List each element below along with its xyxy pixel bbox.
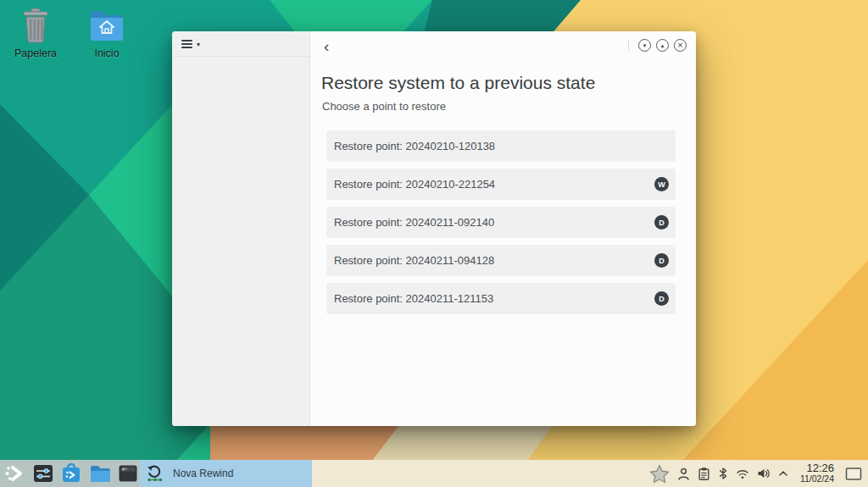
taskbar-task-nova-rewind[interactable]: Nova Rewind	[140, 460, 312, 487]
chevron-up-icon	[777, 468, 789, 479]
terminal-button[interactable]: #!	[118, 463, 138, 484]
clipboard-tray-button[interactable]	[697, 467, 711, 481]
bluetooth-icon	[717, 467, 729, 480]
clipboard-icon	[697, 467, 711, 481]
window-controls: ▾ ▴ ×	[628, 39, 687, 52]
restore-point-label: Restore point: 20240210-120138	[334, 140, 495, 152]
star-icon	[648, 463, 670, 484]
chevron-down-icon: ▾	[197, 42, 200, 48]
restore-point-badge: D	[654, 215, 669, 230]
user-icon	[676, 467, 691, 481]
toolbox-app-button[interactable]	[61, 463, 81, 484]
system-settings-button[interactable]	[33, 463, 53, 484]
minimize-button[interactable]: ▾	[638, 39, 651, 52]
svg-text:#!: #!	[122, 467, 128, 473]
wifi-icon	[735, 467, 750, 480]
restore-point-label: Restore point: 20240211-121153	[334, 292, 493, 305]
maximize-icon: ▴	[661, 42, 665, 48]
taskbar-launcher-area: #!	[0, 460, 140, 487]
show-desktop-button[interactable]	[845, 467, 862, 481]
expand-tray-button[interactable]	[777, 468, 789, 479]
terminal-icon: #!	[118, 463, 138, 484]
restore-point-item[interactable]: Restore point: 20240211-094128 D	[326, 245, 676, 276]
volume-icon	[756, 467, 771, 480]
restore-point-badge: D	[654, 291, 669, 306]
app-window: ▾ ‹ ▾ ▴ × Restore system to a previous s…	[172, 31, 696, 426]
page-subtitle: Choose a point to restore	[322, 100, 446, 113]
close-icon: ×	[677, 41, 682, 50]
desktop-icon-home[interactable]: Inicio	[80, 7, 134, 59]
desktop: Papelera Inicio ▾ ‹ ▾ ▴ ×	[0, 0, 868, 487]
page-title: Restore system to a previous state	[321, 73, 595, 93]
restore-point-list: Restore point: 20240210-120138 Restore p…	[326, 130, 676, 321]
minimize-icon: ▾	[643, 42, 647, 48]
restore-point-label: Restore point: 20240211-094128	[334, 254, 494, 267]
close-button[interactable]: ×	[674, 39, 687, 52]
file-manager-button[interactable]	[89, 463, 110, 484]
star-widget-button[interactable]	[648, 463, 670, 484]
app-launcher-button[interactable]	[3, 463, 25, 484]
restore-point-item[interactable]: Restore point: 20240211-121153 D	[326, 283, 676, 314]
taskbar-tray-area: 12:26 11/02/24	[312, 460, 868, 487]
clock-date: 11/02/24	[800, 474, 834, 484]
file-manager-icon	[89, 463, 110, 484]
app-launcher-icon	[3, 463, 25, 484]
hamburger-menu-button[interactable]	[181, 40, 192, 48]
taskbar: #! Nova Rewind	[0, 460, 868, 487]
restore-point-item[interactable]: Restore point: 20240210-221254 W	[326, 169, 676, 200]
system-settings-icon	[33, 463, 53, 484]
maximize-button[interactable]: ▴	[656, 39, 669, 52]
clock-widget[interactable]: 12:26 11/02/24	[800, 462, 834, 484]
rewind-restore-icon	[146, 464, 164, 483]
trash-icon	[8, 7, 63, 44]
desktop-icon-trash[interactable]: Papelera	[8, 7, 63, 59]
desktop-icon-label: Inicio	[80, 47, 134, 59]
restore-point-label: Restore point: 20240210-221254	[334, 178, 495, 191]
task-label: Nova Rewind	[173, 468, 233, 479]
restore-point-badge: D	[654, 253, 669, 268]
home-folder-icon	[80, 7, 134, 44]
restore-point-label: Restore point: 20240211-092140	[334, 216, 494, 229]
wifi-tray-button[interactable]	[735, 467, 750, 480]
sidebar-header: ▾	[172, 31, 309, 57]
restore-point-item[interactable]: Restore point: 20240211-092140 D	[326, 207, 676, 238]
restore-point-badge: W	[654, 177, 669, 191]
back-button[interactable]: ‹	[320, 36, 332, 56]
bluetooth-tray-button[interactable]	[717, 467, 729, 480]
user-tray-button[interactable]	[676, 467, 691, 481]
volume-tray-button[interactable]	[756, 467, 771, 480]
controls-separator	[628, 41, 629, 51]
desktop-icon-label: Papelera	[8, 47, 63, 59]
window-sidebar: ▾	[172, 31, 310, 426]
restore-point-item[interactable]: Restore point: 20240210-120138	[326, 130, 676, 162]
toolbox-app-icon	[61, 463, 81, 484]
clock-time: 12:26	[800, 462, 834, 474]
window-content: ‹ ▾ ▴ × Restore system to a previous sta…	[310, 31, 696, 426]
show-desktop-icon	[845, 467, 862, 481]
